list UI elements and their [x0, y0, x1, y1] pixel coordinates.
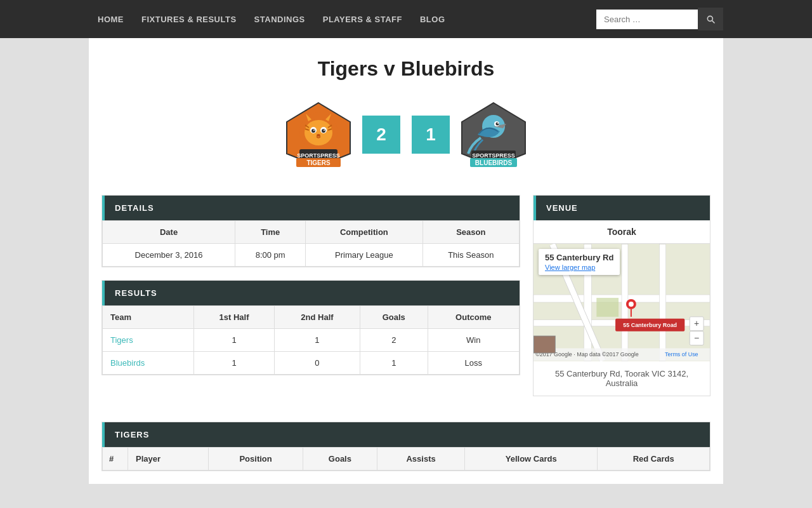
results-col-2nd: 2nd Half — [274, 306, 360, 329]
svg-text:+: + — [694, 318, 699, 328]
details-col-competition: Competition — [306, 221, 422, 244]
svg-point-27 — [497, 123, 499, 124]
venue-name: Toorak — [534, 220, 710, 244]
details-season: This Season — [422, 244, 519, 267]
search-input[interactable] — [596, 10, 698, 29]
svg-point-9 — [311, 129, 315, 133]
details-col-time: Time — [235, 221, 306, 244]
main-column: DETAILS Date Time Competition Season Dec… — [102, 195, 520, 409]
map-container: 55 Canterbury Road ©2017 Google · Map da… — [534, 244, 710, 361]
tigers-1st: 1 — [194, 329, 275, 352]
svg-point-13 — [317, 134, 320, 137]
col-number: # — [103, 448, 128, 471]
bluebirds-outcome: Loss — [428, 352, 519, 375]
svg-text:BLUEBIRDS: BLUEBIRDS — [475, 159, 513, 166]
results-col-goals: Goals — [360, 306, 428, 329]
svg-point-12 — [324, 130, 325, 131]
details-table: Date Time Competition Season December 3,… — [102, 220, 520, 267]
details-competition: Primary League — [306, 244, 422, 267]
venue-header: VENUE — [534, 196, 710, 220]
svg-point-11 — [313, 130, 315, 131]
bluebirds-2nd: 0 — [274, 352, 360, 375]
details-row: December 3, 2016 8:00 pm Primary League … — [103, 244, 520, 267]
col-player: Player — [128, 448, 209, 471]
results-header: RESULTS — [102, 281, 520, 305]
table-row: Bluebirds 1 0 1 Loss — [103, 352, 520, 375]
col-red-cards: Red Cards — [598, 448, 710, 471]
svg-rect-37 — [660, 244, 666, 361]
nav-fixtures[interactable]: FIXTURES & RESULTS — [133, 0, 246, 38]
details-venue-row: DETAILS Date Time Competition Season Dec… — [102, 195, 710, 409]
main-nav: HOME FIXTURES & RESULTS STANDINGS PLAYER… — [0, 0, 812, 38]
map-address-short: 55 Canterbury Rd — [545, 253, 613, 262]
svg-text:−: − — [694, 333, 699, 343]
results-col-team: Team — [103, 306, 194, 329]
col-yellow-cards: Yellow Cards — [465, 448, 598, 471]
svg-point-2 — [304, 120, 332, 145]
results-table: Team 1st Half 2nd Half Goals Outcome Tig… — [102, 305, 520, 375]
svg-text:TIGERS: TIGERS — [306, 159, 331, 166]
match-teams: SPORTSPRESS TIGERS 2 1 — [102, 100, 710, 170]
details-section: DETAILS Date Time Competition Season Dec… — [102, 195, 520, 267]
away-score: 1 — [412, 116, 450, 154]
away-team-logo: SPORTSPRESS BLUEBIRDS — [459, 100, 528, 170]
svg-point-26 — [496, 123, 499, 126]
bluebirds-1st: 1 — [194, 352, 275, 375]
home-team-logo: SPORTSPRESS TIGERS — [284, 100, 353, 170]
map-larger-link[interactable]: View larger map — [545, 264, 613, 271]
results-section: RESULTS Team 1st Half 2nd Half Goals Out… — [102, 280, 520, 375]
team-tigers: Tigers — [103, 329, 194, 352]
match-title: Tigers v Bluebirds — [102, 57, 710, 81]
svg-rect-38 — [596, 298, 619, 317]
details-header: DETAILS — [102, 196, 520, 220]
venue-address: 55 Canterbury Rd, Toorak VIC 3142, Austr… — [534, 361, 710, 396]
svg-text:SPORTSPRESS: SPORTSPRESS — [472, 152, 515, 159]
col-goals: Goals — [303, 448, 377, 471]
tigers-goals: 2 — [360, 329, 428, 352]
search-icon — [705, 14, 716, 24]
results-col-outcome: Outcome — [428, 306, 519, 329]
bluebirds-goals: 1 — [360, 352, 428, 375]
tigers-section: TIGERS # Player Position Goals Assists Y… — [102, 422, 710, 471]
tigers-players-table: # Player Position Goals Assists Yellow C… — [102, 447, 710, 471]
details-col-date: Date — [103, 221, 235, 244]
tigers-section-header: TIGERS — [102, 422, 710, 447]
nav-home[interactable]: HOME — [89, 0, 133, 38]
search-form — [596, 8, 723, 30]
table-row: Tigers 1 1 2 Win — [103, 329, 520, 352]
map-info-overlay: 55 Canterbury Rd View larger map — [539, 249, 620, 275]
nav-blog[interactable]: BLOG — [411, 0, 454, 38]
details-time: 8:00 pm — [235, 244, 306, 267]
team-bluebirds: Bluebirds — [103, 352, 194, 375]
venue-section: VENUE Toorak — [533, 195, 710, 396]
svg-point-40 — [629, 302, 634, 307]
search-button[interactable] — [698, 8, 723, 30]
svg-text:55 Canterbury Road: 55 Canterbury Road — [623, 322, 677, 328]
venue-column: VENUE Toorak — [533, 195, 710, 409]
details-col-season: Season — [422, 221, 519, 244]
home-score: 2 — [362, 116, 400, 154]
nav-standings[interactable]: STANDINGS — [246, 0, 314, 38]
svg-text:SPORTSPRESS: SPORTSPRESS — [297, 152, 340, 159]
nav-players[interactable]: PLAYERS & STAFF — [314, 0, 411, 38]
svg-rect-47 — [534, 337, 555, 353]
details-date: December 3, 2016 — [103, 244, 235, 267]
tigers-2nd: 1 — [274, 329, 360, 352]
page-content: Tigers v Bluebirds — [89, 38, 723, 484]
svg-point-10 — [322, 129, 325, 133]
tigers-outcome: Win — [428, 329, 519, 352]
col-position: Position — [209, 448, 303, 471]
svg-text:Terms of Use: Terms of Use — [665, 351, 698, 358]
results-col-1st: 1st Half — [194, 306, 275, 329]
col-assists: Assists — [377, 448, 465, 471]
